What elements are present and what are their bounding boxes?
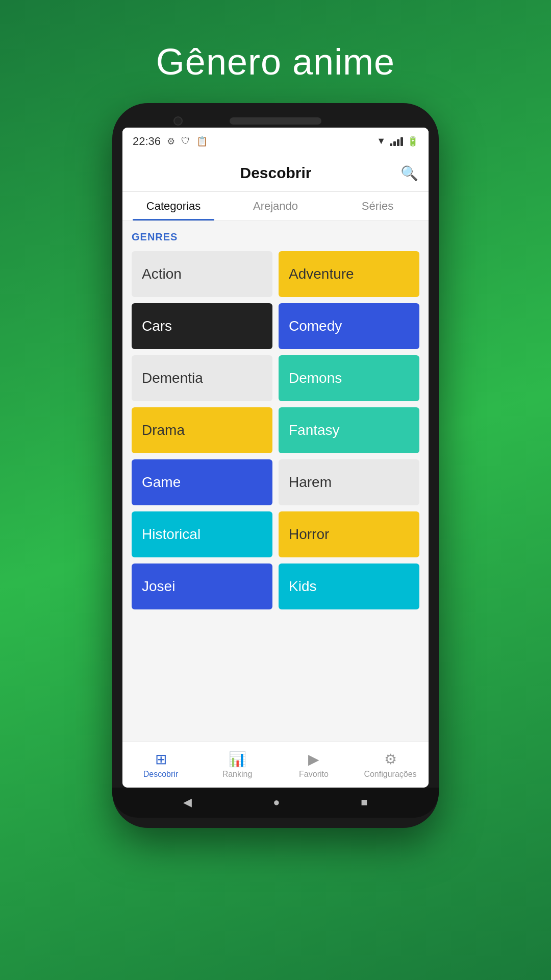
nav-item-favorito[interactable]: ▶ Favorito [276,751,352,779]
bottom-nav: ⊞ Descobrir 📊 Ranking ▶ Favorito ⚙ Confi… [122,742,429,788]
battery-icon: 🔋 [407,136,418,147]
nav-item-configuracoes[interactable]: ⚙ Configurações [352,751,429,779]
status-right: ▼ 🔋 [377,136,418,147]
status-time: 22:36 [133,135,161,148]
gear-icon: ⚙ [167,136,175,147]
genre-tile-comedy[interactable]: Comedy [279,303,419,349]
nav-item-ranking[interactable]: 📊 Ranking [199,751,276,779]
tabs: Categorias Arejando Séries [122,192,429,221]
favorito-icon: ▶ [308,751,319,768]
genre-tile-kids[interactable]: Kids [279,564,419,609]
descobrir-label: Descobrir [143,770,178,779]
search-icon[interactable]: 🔍 [400,165,418,182]
tab-series[interactable]: Séries [327,192,429,220]
genres-section-label: GENRES [132,231,419,243]
app-bar-title: Descobrir [151,164,400,182]
genre-tile-historical[interactable]: Historical [132,511,272,557]
favorito-label: Favorito [299,770,329,779]
genre-tile-game[interactable]: Game [132,459,272,505]
configuracoes-icon: ⚙ [384,751,397,768]
back-button[interactable]: ◀ [183,796,192,809]
genre-tile-dementia[interactable]: Dementia [132,355,272,401]
status-left: 22:36 ⚙ 🛡 📋 [133,135,208,148]
phone-frame: 22:36 ⚙ 🛡 📋 ▼ 🔋 Descobrir 🔍 [112,103,439,828]
copy-icon: 📋 [196,136,208,147]
wifi-icon: ▼ [377,136,386,146]
app-bar: Descobrir 🔍 [122,155,429,192]
home-button[interactable]: ● [273,796,280,809]
genre-tile-josei[interactable]: Josei [132,564,272,609]
phone-camera [173,116,183,126]
genre-tile-demons[interactable]: Demons [279,355,419,401]
genre-tile-drama[interactable]: Drama [132,407,272,453]
content-area: GENRES ActionAdventureCarsComedyDementia… [122,221,429,742]
ranking-label: Ranking [222,770,253,779]
shield-icon: 🛡 [181,136,190,146]
nav-item-descobrir[interactable]: ⊞ Descobrir [122,751,199,779]
android-home-bar: ◀ ● ■ [112,788,439,818]
genre-tile-cars[interactable]: Cars [132,303,272,349]
ranking-icon: 📊 [229,751,246,768]
genre-tile-harem[interactable]: Harem [279,459,419,505]
page-title-area: Gênero anime [0,0,551,103]
phone-speaker [230,117,321,125]
page-title: Gênero anime [156,41,395,83]
tab-arejando[interactable]: Arejando [224,192,327,220]
genre-tile-horror[interactable]: Horror [279,511,419,557]
recents-button[interactable]: ■ [361,796,367,809]
tab-categorias[interactable]: Categorias [122,192,224,220]
genre-tile-action[interactable]: Action [132,251,272,297]
configuracoes-label: Configurações [364,770,416,779]
phone-screen: 22:36 ⚙ 🛡 📋 ▼ 🔋 Descobrir 🔍 [122,128,429,788]
genres-grid: ActionAdventureCarsComedyDementiaDemonsD… [132,251,419,609]
status-bar: 22:36 ⚙ 🛡 📋 ▼ 🔋 [122,128,429,155]
genre-tile-adventure[interactable]: Adventure [279,251,419,297]
genre-tile-fantasy[interactable]: Fantasy [279,407,419,453]
descobrir-icon: ⊞ [155,751,167,768]
signal-bars [390,137,403,146]
